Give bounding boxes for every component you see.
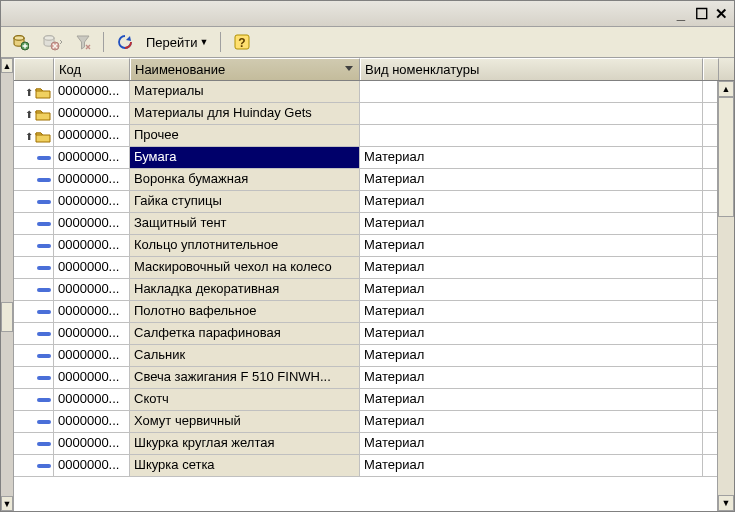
- header-name-label: Наименование: [135, 62, 225, 77]
- row-icon-cell: [14, 301, 54, 322]
- toolbar-separator: [220, 32, 221, 52]
- item-icon: [37, 332, 51, 336]
- item-icon: [37, 288, 51, 292]
- table-row[interactable]: 0000000...Гайка ступицыМатериал: [14, 191, 717, 213]
- minimize-button[interactable]: _: [672, 5, 690, 23]
- cell-type: Материал: [360, 147, 703, 168]
- row-icon-cell: ⬆: [14, 125, 54, 146]
- filter-button[interactable]: [71, 31, 95, 53]
- table-row[interactable]: 0000000...СальникМатериал: [14, 345, 717, 367]
- cell-type: Материал: [360, 367, 703, 388]
- scroll-thumb[interactable]: [718, 97, 734, 217]
- row-icon-cell: [14, 411, 54, 432]
- cell-code: 0000000...: [54, 235, 130, 256]
- titlebar: _ ☐ ✕: [1, 1, 734, 27]
- header-icon[interactable]: [14, 58, 54, 80]
- cell-code: 0000000...: [54, 213, 130, 234]
- cell-name: Шкурка круглая желтая: [130, 433, 360, 454]
- level-up-icon: ⬆: [25, 131, 33, 142]
- table-row[interactable]: ⬆0000000...Материалы: [14, 81, 717, 103]
- item-icon: [37, 200, 51, 204]
- row-icon-cell: [14, 191, 54, 212]
- grid-vertical-scrollbar[interactable]: ▲ ▼: [717, 81, 734, 511]
- cell-name: Кольцо уплотнительное: [130, 235, 360, 256]
- table-row[interactable]: 0000000...Маскировочный чехол на колесоМ…: [14, 257, 717, 279]
- cell-name: Материалы: [130, 81, 360, 102]
- item-icon: [37, 354, 51, 358]
- cell-name: Сальник: [130, 345, 360, 366]
- header-type[interactable]: Вид номенклатуры: [360, 58, 703, 80]
- cell-name: Защитный тент: [130, 213, 360, 234]
- item-icon: [37, 442, 51, 446]
- scroll-up-button[interactable]: ▲: [718, 81, 734, 97]
- new-item-button[interactable]: [7, 31, 33, 53]
- scroll-down-button[interactable]: ▼: [718, 495, 734, 511]
- scroll-thumb[interactable]: [1, 302, 13, 332]
- cell-name: Накладка декоративная: [130, 279, 360, 300]
- header-name[interactable]: Наименование: [130, 58, 360, 80]
- cell-type: Материал: [360, 257, 703, 278]
- cell-type: [360, 125, 703, 146]
- cell-type: Материал: [360, 345, 703, 366]
- cell-name: Материалы для Huinday Gets: [130, 103, 360, 124]
- cylinder-plus-icon: [11, 33, 29, 51]
- cylinder-delete-icon: [41, 33, 63, 51]
- item-icon: [37, 244, 51, 248]
- toolbar: Перейти ▼ ?: [1, 27, 734, 58]
- table-row[interactable]: 0000000...Свеча зажигания F 510 FINWH...…: [14, 367, 717, 389]
- goto-menu-button[interactable]: Перейти ▼: [142, 31, 212, 53]
- folder-icon: [35, 86, 51, 99]
- cell-name: Маскировочный чехол на колесо: [130, 257, 360, 278]
- scroll-down-button[interactable]: ▼: [1, 496, 13, 511]
- cell-code: 0000000...: [54, 455, 130, 476]
- table-row[interactable]: 0000000...Полотно вафельноеМатериал: [14, 301, 717, 323]
- cell-name: Шкурка сетка: [130, 455, 360, 476]
- cell-type: [360, 81, 703, 102]
- scroll-track[interactable]: [718, 97, 734, 495]
- item-icon: [37, 222, 51, 226]
- cell-code: 0000000...: [54, 103, 130, 124]
- row-icon-cell: [14, 345, 54, 366]
- item-icon: [37, 310, 51, 314]
- content-area: ▲ ▼ Код Наименование Вид номенклатуры ⬆0…: [1, 58, 734, 511]
- row-icon-cell: [14, 433, 54, 454]
- chevron-down-icon: ▼: [200, 37, 209, 47]
- table-row[interactable]: 0000000...Защитный тентМатериал: [14, 213, 717, 235]
- table-row[interactable]: 0000000...Салфетка парафиноваяМатериал: [14, 323, 717, 345]
- table-row[interactable]: 0000000...Хомут червичныйМатериал: [14, 411, 717, 433]
- refresh-button[interactable]: [112, 31, 138, 53]
- row-icon-cell: [14, 455, 54, 476]
- table-row[interactable]: ⬆0000000...Прочее: [14, 125, 717, 147]
- tree-scrollbar[interactable]: ▲ ▼: [1, 58, 14, 511]
- svg-point-1: [14, 36, 24, 40]
- table-row[interactable]: ⬆0000000...Материалы для Huinday Gets: [14, 103, 717, 125]
- close-button[interactable]: ✕: [712, 5, 730, 23]
- header-code[interactable]: Код: [54, 58, 130, 80]
- table-row[interactable]: 0000000...Шкурка сеткаМатериал: [14, 455, 717, 477]
- table-row[interactable]: 0000000...Воронка бумажнаяМатериал: [14, 169, 717, 191]
- cell-type: [360, 103, 703, 124]
- table-row[interactable]: 0000000...БумагаМатериал: [14, 147, 717, 169]
- item-icon: [37, 266, 51, 270]
- scroll-up-button[interactable]: ▲: [1, 58, 13, 73]
- delete-item-button[interactable]: [37, 31, 67, 53]
- folder-icon: [35, 108, 51, 121]
- cell-code: 0000000...: [54, 345, 130, 366]
- maximize-button[interactable]: ☐: [692, 5, 710, 23]
- grid-body[interactable]: ⬆0000000...Материалы⬆0000000...Материалы…: [14, 81, 717, 511]
- table-row[interactable]: 0000000...Накладка декоративнаяМатериал: [14, 279, 717, 301]
- cell-code: 0000000...: [54, 81, 130, 102]
- level-up-icon: ⬆: [25, 87, 33, 98]
- table-row[interactable]: 0000000...Шкурка круглая желтаяМатериал: [14, 433, 717, 455]
- row-icon-cell: [14, 213, 54, 234]
- help-button[interactable]: ?: [229, 31, 255, 53]
- cell-code: 0000000...: [54, 125, 130, 146]
- table-row[interactable]: 0000000...СкотчМатериал: [14, 389, 717, 411]
- row-icon-cell: [14, 169, 54, 190]
- cell-code: 0000000...: [54, 257, 130, 278]
- item-icon: [37, 420, 51, 424]
- cell-name: Воронка бумажная: [130, 169, 360, 190]
- table-row[interactable]: 0000000...Кольцо уплотнительноеМатериал: [14, 235, 717, 257]
- cell-type: Материал: [360, 389, 703, 410]
- row-icon-cell: ⬆: [14, 103, 54, 124]
